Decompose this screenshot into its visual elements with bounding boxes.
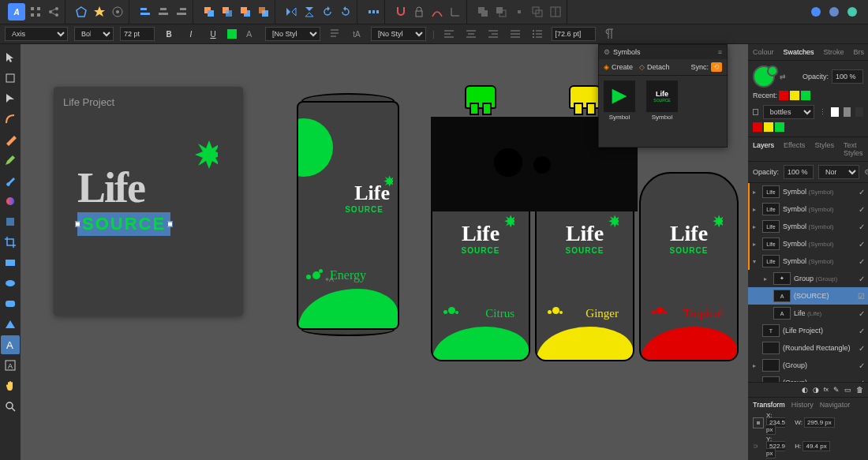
fill-tool-icon[interactable] bbox=[1, 192, 20, 211]
bold-icon[interactable]: B bbox=[161, 26, 177, 42]
add-layer-icon[interactable]: ▭ bbox=[844, 386, 851, 394]
delete-layer-icon[interactable]: 🗑 bbox=[856, 386, 863, 394]
corner-tool-icon[interactable] bbox=[1, 110, 20, 129]
persona-designer-icon[interactable] bbox=[808, 4, 824, 20]
italic-icon[interactable]: I bbox=[183, 26, 199, 42]
symbol-item[interactable]: LifeSOURCE Symbol bbox=[646, 80, 678, 142]
align-right-text-icon[interactable] bbox=[485, 26, 501, 42]
layer-row[interactable]: ▸✦Group (Group)✓ bbox=[748, 270, 868, 287]
text-color-swatch[interactable] bbox=[227, 29, 237, 39]
layer-row[interactable]: ▸LifeSymbol (Symbol)✓ bbox=[748, 183, 868, 200]
gear-icon[interactable]: ⚙ bbox=[604, 48, 610, 56]
polygon-icon[interactable] bbox=[73, 4, 89, 20]
list-icon[interactable] bbox=[529, 26, 545, 42]
triangle-tool-icon[interactable] bbox=[1, 315, 20, 334]
mask-icon[interactable]: ◐ bbox=[802, 386, 808, 394]
layer-visibility-check[interactable]: ✓ bbox=[859, 361, 865, 370]
grid-icon[interactable] bbox=[28, 4, 43, 20]
layer-row[interactable]: A(SOURCE) ☑ bbox=[748, 287, 868, 305]
tab-text-styles[interactable]: Text Styles bbox=[839, 137, 868, 161]
recent-swatch[interactable] bbox=[790, 91, 799, 100]
expand-arrow-icon[interactable]: ▸ bbox=[753, 189, 759, 196]
opacity-input[interactable] bbox=[832, 69, 863, 84]
layer-visibility-check[interactable]: ✓ bbox=[859, 309, 865, 318]
bool-sub-icon[interactable] bbox=[493, 4, 509, 20]
layer-visibility-check[interactable]: ✓ bbox=[859, 344, 865, 353]
transform-y[interactable]: 522.9 px bbox=[766, 441, 785, 458]
anchor-selector[interactable] bbox=[753, 417, 764, 428]
palette-options-icon[interactable]: ⋮ bbox=[819, 108, 826, 116]
recent-swatch[interactable] bbox=[779, 91, 788, 100]
snap-icon[interactable] bbox=[393, 4, 409, 20]
para-settings-icon[interactable] bbox=[327, 26, 342, 42]
para-style-select[interactable]: [No Style] bbox=[371, 27, 426, 41]
adjustment-icon[interactable]: ◑ bbox=[813, 386, 819, 394]
mode-swatch[interactable] bbox=[831, 107, 839, 117]
layer-row[interactable]: ▸LifeSymbol (Symbol)✓ bbox=[748, 218, 868, 235]
underline-icon[interactable]: U bbox=[205, 26, 221, 42]
target-icon[interactable] bbox=[110, 4, 125, 20]
symbol-item[interactable]: Symbol bbox=[604, 80, 635, 142]
transform-x[interactable]: 234.5 px bbox=[766, 417, 785, 435]
node-tool-icon[interactable] bbox=[1, 89, 20, 108]
expand-arrow-icon[interactable]: ▸ bbox=[753, 206, 759, 213]
tab-navigator[interactable]: Navigator bbox=[820, 401, 851, 409]
layer-row[interactable]: ▸LifeSymbol (Symbol)✓ bbox=[748, 200, 868, 218]
layer-row[interactable]: ▸LifeSymbol (Symbol)✓ bbox=[748, 235, 868, 252]
symbol-detach-button[interactable]: ◇Detach bbox=[639, 63, 670, 71]
layer-visibility-check[interactable]: ✓ bbox=[859, 205, 865, 214]
crop-tool-icon[interactable] bbox=[1, 233, 20, 252]
persona-export-icon[interactable] bbox=[844, 4, 860, 20]
expand-arrow-icon[interactable]: ▸ bbox=[764, 275, 770, 282]
layer-row[interactable]: ▾LifeSymbol (Symbol)✓ bbox=[748, 252, 868, 270]
layer-visibility-check[interactable]: ✓ bbox=[859, 188, 865, 196]
artboard-card[interactable]: Life Project Life SOURCE bbox=[54, 87, 243, 316]
font-family-select[interactable]: Axis bbox=[5, 27, 68, 41]
distribute-icon[interactable] bbox=[365, 4, 381, 20]
align-center-icon[interactable] bbox=[155, 4, 171, 20]
recent-swatch[interactable] bbox=[801, 91, 810, 100]
star-shape-icon[interactable] bbox=[92, 4, 107, 20]
stroke-color-well[interactable] bbox=[767, 65, 778, 77]
layer-visibility-check[interactable]: ✓ bbox=[859, 257, 865, 266]
text-tool-icon[interactable]: A bbox=[1, 335, 20, 354]
symbols-panel[interactable]: ⚙Symbols ≡ ◈Create ◇Detach Sync:⟲ Symbol… bbox=[598, 44, 728, 148]
layer-row[interactable]: T(Life Project) ✓ bbox=[748, 322, 868, 339]
fx-icon[interactable]: fx bbox=[824, 386, 829, 394]
pan-tool-icon[interactable] bbox=[1, 376, 20, 395]
link-wh-icon[interactable]: ⊃ bbox=[753, 443, 764, 450]
arrange-back2-icon[interactable] bbox=[219, 4, 235, 20]
layer-list[interactable]: ▸LifeSymbol (Symbol)✓▸LifeSymbol (Symbol… bbox=[748, 183, 868, 382]
layer-visibility-check[interactable]: ✓ bbox=[859, 275, 865, 283]
arrange-front-icon[interactable] bbox=[238, 4, 253, 20]
expand-arrow-icon[interactable]: ▸ bbox=[753, 362, 759, 369]
sync-toggle-icon[interactable]: ⟲ bbox=[711, 62, 722, 72]
palette-swatch[interactable] bbox=[764, 122, 773, 132]
rotate-ccw-icon[interactable] bbox=[320, 4, 335, 20]
tab-swatches[interactable]: Swatches bbox=[779, 44, 819, 60]
arrange-front2-icon[interactable] bbox=[256, 4, 271, 20]
rect-tool-icon[interactable] bbox=[1, 253, 20, 272]
tab-effects[interactable]: Effects bbox=[779, 137, 810, 161]
mode-swatch[interactable] bbox=[844, 107, 851, 117]
move-tool-icon[interactable] bbox=[1, 48, 20, 67]
para-panel-icon[interactable] bbox=[602, 26, 618, 42]
source-text-selected[interactable]: SOURCE bbox=[77, 212, 170, 236]
transform-h[interactable]: 49.4 px bbox=[803, 441, 829, 451]
swap-icon[interactable]: ⇄ bbox=[780, 73, 786, 80]
align-justify-icon[interactable] bbox=[507, 26, 523, 42]
layer-visibility-check[interactable]: ✓ bbox=[859, 240, 865, 249]
bool-int-icon[interactable] bbox=[511, 4, 527, 20]
palette-icon[interactable] bbox=[753, 109, 758, 115]
flip-v-icon[interactable] bbox=[301, 4, 317, 20]
arrange-back-icon[interactable] bbox=[201, 4, 217, 20]
fill-color-well[interactable] bbox=[753, 65, 775, 88]
layer-visibility-check[interactable]: ✓ bbox=[859, 327, 865, 335]
curve-icon[interactable] bbox=[429, 4, 445, 20]
layer-row[interactable]: ALife (Life)✓ bbox=[748, 305, 868, 322]
tab-colour[interactable]: Colour bbox=[748, 44, 779, 60]
coord-icon[interactable] bbox=[447, 4, 463, 20]
transparency-tool-icon[interactable] bbox=[1, 212, 20, 231]
expand-arrow-icon[interactable]: ▸ bbox=[753, 223, 759, 230]
transform-w[interactable]: 295.9 px bbox=[804, 417, 835, 428]
